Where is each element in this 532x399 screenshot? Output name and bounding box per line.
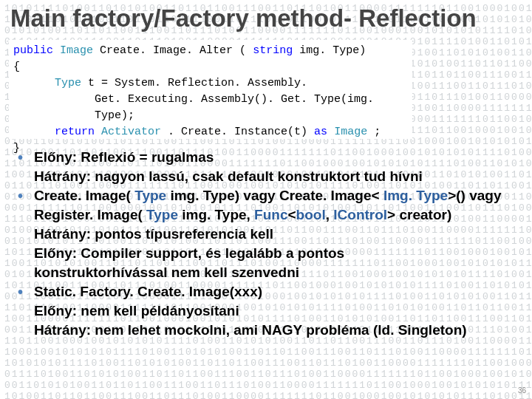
text-span: > creator) bbox=[387, 207, 451, 222]
bullet-line: Hátrány: pontos típusreferencia kell bbox=[34, 225, 525, 244]
text-span: < bbox=[288, 207, 296, 222]
code-line: { bbox=[13, 59, 408, 75]
text-span: Hátrány: nagyon lassú, csak default kons… bbox=[34, 168, 423, 184]
code-line: Get. Executing. Assembly(). Get. Type(im… bbox=[13, 92, 408, 124]
bullet-line: Static. Factory. Create. Image(xxx) bbox=[34, 282, 525, 301]
text-span: Előny: nem kell példányosítani bbox=[34, 303, 239, 318]
text-span: Hátrány: pontos típusreferencia kell bbox=[34, 226, 273, 242]
code-text: . Create. Instance(t) bbox=[168, 126, 314, 138]
text-span: , bbox=[326, 207, 334, 222]
text-span: Hátrány: nem lehet mockolni, ami NAGY pr… bbox=[34, 322, 467, 338]
bullet-item: Static. Factory. Create. Image(xxx)Előny… bbox=[13, 282, 525, 340]
bullet-line: Előny: Reflexió = rugalmas bbox=[34, 148, 525, 167]
page-number: 36 bbox=[518, 386, 526, 395]
text-span: Create. Image( bbox=[34, 188, 134, 203]
text-span: img. Type) vagy Create. Image< bbox=[166, 188, 383, 203]
text-span: Static. Factory. Create. Image(xxx) bbox=[34, 284, 262, 299]
code-keyword: string bbox=[253, 44, 293, 57]
text-span: img. Type, bbox=[178, 207, 254, 222]
code-class: Activator bbox=[101, 126, 161, 138]
bullet-line: Előny: Compiler support, és legalább a p… bbox=[34, 244, 525, 263]
bullet-line: Hátrány: nem lehet mockolni, ami NAGY pr… bbox=[34, 321, 525, 340]
text-span: konstruktorhívással nem kell szenvedni bbox=[34, 265, 299, 280]
code-method: Create. Image. Alter bbox=[100, 44, 233, 57]
text-span: Előny: Reflexió = rugalmas bbox=[34, 149, 214, 165]
slide: 1010111101001101010100110110110011100110… bbox=[0, 0, 532, 399]
bullet-item: Create. Image( Type img. Type) vagy Crea… bbox=[13, 186, 525, 282]
code-text: ( bbox=[239, 44, 246, 57]
bullet-line: Előny: nem kell példányosítani bbox=[34, 301, 525, 321]
code-text: img. Type) bbox=[299, 44, 366, 57]
code-text: t = System. Reflection. Assembly. bbox=[88, 77, 307, 89]
bullet-line: Register. Image( Type img. Type, Func<bo… bbox=[34, 205, 525, 225]
text-span: Előny: Compiler support, és legalább a p… bbox=[34, 245, 344, 261]
text-span: Register. Image( bbox=[34, 207, 146, 222]
keyword-span: Type bbox=[134, 188, 166, 203]
keyword-span: Type bbox=[146, 207, 178, 222]
bullet-item: Előny: Reflexió = rugalmasHátrány: nagyo… bbox=[13, 148, 525, 186]
keyword-span: IControl bbox=[333, 207, 387, 222]
code-text: ; bbox=[374, 126, 381, 138]
code-keyword: return bbox=[55, 126, 95, 138]
keyword-span: bool bbox=[296, 207, 326, 222]
keyword-span: Img. Type bbox=[383, 188, 448, 203]
slide-title: Main factory/Factory method- Reflection bbox=[10, 4, 477, 33]
bullet-line: Create. Image( Type img. Type) vagy Crea… bbox=[34, 186, 525, 205]
code-class: Type bbox=[55, 77, 81, 89]
code-class: Image bbox=[334, 126, 367, 138]
bullet-list: Előny: Reflexió = rugalmasHátrány: nagyo… bbox=[13, 148, 525, 340]
code-keyword: as bbox=[314, 126, 327, 138]
keyword-span: Func bbox=[254, 207, 287, 222]
code-keyword: public bbox=[13, 44, 53, 57]
code-class: Image bbox=[60, 44, 93, 57]
bullet-line: konstruktorhívással nem kell szenvedni bbox=[34, 263, 525, 282]
text-span: >() vagy bbox=[448, 188, 501, 203]
code-snippet: public Image Create. Image. Alter ( stri… bbox=[9, 40, 412, 139]
bullet-line: Hátrány: nagyon lassú, csak default kons… bbox=[34, 167, 525, 186]
